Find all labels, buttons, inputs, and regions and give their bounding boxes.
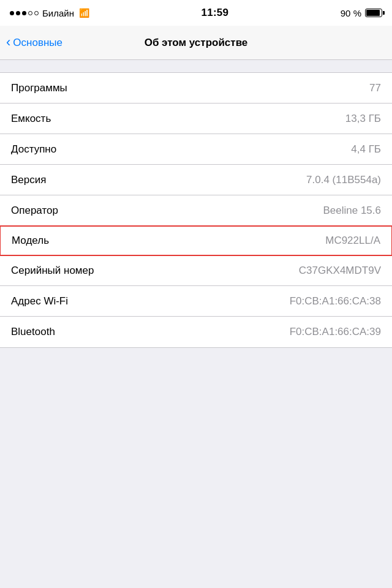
row-label-wifi: Адрес Wi-Fi [11, 295, 68, 307]
table-row-bluetooth: BluetoothF0:CB:A1:66:CA:39 [0, 317, 392, 347]
status-bar: Билайн 📶 11:59 90 % [0, 0, 392, 26]
status-right: 90 % [341, 8, 382, 18]
row-value-serial: C37GKX4MDT9V [299, 265, 381, 277]
row-label-bluetooth: Bluetooth [11, 326, 55, 338]
back-button[interactable]: ‹ Основные [6, 36, 80, 49]
table-row-programs: Программы77 [0, 73, 392, 104]
table-row-model: МодельMC922LL/A [0, 225, 392, 256]
row-value-bluetooth: F0:CB:A1:66:CA:39 [290, 326, 381, 338]
row-label-operator: Оператор [11, 205, 58, 217]
table-row-available: Доступно4,4 ГБ [0, 134, 392, 165]
signal-dot-3 [22, 11, 26, 15]
battery-percent: 90 % [341, 8, 361, 18]
row-label-serial: Серийный номер [11, 265, 94, 277]
table-row-serial: Серийный номерC37GKX4MDT9V [0, 255, 392, 286]
row-label-programs: Программы [11, 82, 67, 94]
row-value-version: 7.0.4 (11B554a) [306, 174, 381, 186]
chevron-left-icon: ‹ [6, 36, 10, 49]
signal-dot-5 [34, 11, 39, 15]
row-label-available: Доступно [11, 143, 56, 156]
table-row-capacity: Емкость13,3 ГБ [0, 104, 392, 134]
info-table: Программы77Емкость13,3 ГБДоступно4,4 ГБВ… [0, 72, 392, 348]
content: Программы77Емкость13,3 ГБДоступно4,4 ГБВ… [0, 60, 392, 348]
signal-dots [10, 11, 39, 15]
page-title: Об этом устройстве [80, 37, 312, 49]
row-label-version: Версия [11, 174, 46, 186]
status-time: 11:59 [201, 7, 228, 19]
row-value-operator: Beeline 15.6 [323, 205, 381, 217]
row-value-programs: 77 [369, 82, 381, 94]
signal-dot-4 [28, 11, 32, 15]
nav-bar: ‹ Основные Об этом устройстве [0, 26, 392, 60]
signal-dot-1 [10, 11, 14, 15]
row-value-available: 4,4 ГБ [351, 143, 381, 156]
row-value-model: MC922LL/A [325, 235, 380, 247]
row-label-model: Модель [12, 235, 49, 247]
table-row-wifi: Адрес Wi-FiF0:CB:A1:66:CA:38 [0, 286, 392, 317]
battery-fill [366, 10, 380, 16]
back-label: Основные [13, 37, 62, 49]
battery-icon [365, 9, 382, 17]
row-label-capacity: Емкость [11, 113, 51, 125]
row-value-wifi: F0:CB:A1:66:CA:38 [290, 295, 381, 307]
table-row-version: Версия7.0.4 (11B554a) [0, 165, 392, 195]
status-left: Билайн 📶 [10, 8, 89, 18]
row-value-capacity: 13,3 ГБ [345, 113, 381, 125]
wifi-status-icon: 📶 [79, 8, 89, 18]
carrier-label: Билайн [42, 8, 74, 18]
table-row-operator: ОператорBeeline 15.6 [0, 195, 392, 226]
signal-dot-2 [16, 11, 20, 15]
